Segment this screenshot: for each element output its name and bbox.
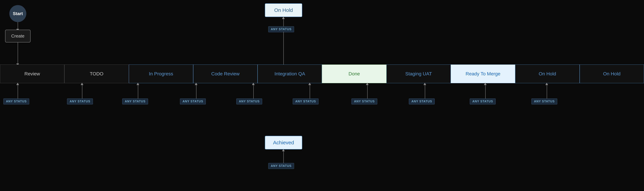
status-cell-code-review: Code Review bbox=[193, 64, 258, 83]
badge-to-achieved-line bbox=[283, 150, 284, 163]
status-cell-on-hold-1: On Hold bbox=[515, 64, 580, 83]
status-row: Review TODO In Progress Code Review Inte… bbox=[0, 64, 644, 83]
badge-to-achieved-arrow bbox=[282, 149, 285, 151]
badge-review: ANY STATUS bbox=[4, 98, 29, 104]
badge-ready-to-merge: ANY STATUS bbox=[409, 98, 435, 104]
create-node: Create bbox=[5, 30, 30, 42]
badge-todo: ANY STATUS bbox=[67, 98, 93, 104]
arrow-on-hold-1 bbox=[484, 83, 486, 85]
on-hold-top-node: On Hold bbox=[265, 4, 302, 17]
status-cell-ready-to-merge: Ready To Merge bbox=[451, 64, 515, 83]
arrow-integration-qa bbox=[252, 83, 255, 85]
start-to-create-line bbox=[18, 22, 18, 30]
badge-code-review: ANY STATUS bbox=[180, 98, 206, 104]
arrow-done bbox=[308, 83, 311, 85]
badge-integration-qa: ANY STATUS bbox=[236, 98, 262, 104]
badge-on-hold-1: ANY STATUS bbox=[470, 98, 496, 104]
status-cell-staging-uat: Staging UAT bbox=[386, 64, 451, 83]
arrow-todo bbox=[81, 83, 83, 85]
line-on-hold-1 bbox=[485, 83, 486, 98]
start-label: Start bbox=[13, 11, 23, 16]
line-on-hold-2 bbox=[547, 83, 547, 98]
workflow-diagram: Start Create On Hold ANY STATUS Review T… bbox=[0, 0, 644, 191]
line-review bbox=[18, 83, 18, 98]
achieved-label: Achieved bbox=[273, 140, 294, 146]
status-cell-in-progress: In Progress bbox=[129, 64, 193, 83]
arrow-on-hold-2 bbox=[545, 83, 548, 85]
line-todo bbox=[82, 83, 82, 98]
on-hold-top-to-row-line bbox=[283, 32, 284, 64]
on-hold-top-label: On Hold bbox=[274, 7, 293, 13]
arrow-review bbox=[16, 83, 19, 85]
line-in-progress bbox=[138, 83, 138, 98]
line-code-review bbox=[196, 83, 196, 98]
badge-to-on-hold-top-arrow bbox=[282, 17, 285, 19]
achieved-node: Achieved bbox=[265, 136, 302, 150]
start-node: Start bbox=[9, 5, 26, 22]
badge-done: ANY STATUS bbox=[293, 98, 318, 104]
status-cell-review: Review bbox=[0, 64, 64, 83]
arrow-ready-to-merge bbox=[424, 83, 426, 85]
create-label: Create bbox=[11, 34, 24, 39]
line-ready-to-merge bbox=[425, 83, 425, 98]
line-staging-uat bbox=[367, 83, 368, 98]
status-cell-done: Done bbox=[322, 64, 386, 83]
badge-on-hold-2: ANY STATUS bbox=[532, 98, 557, 104]
badge-staging-uat: ANY STATUS bbox=[352, 98, 377, 104]
line-done bbox=[310, 83, 310, 98]
status-cell-todo: TODO bbox=[64, 64, 129, 83]
badge-in-progress: ANY STATUS bbox=[122, 98, 148, 104]
status-cell-integration-qa: Integration QA bbox=[258, 64, 322, 83]
arrow-staging-uat bbox=[366, 83, 368, 85]
any-status-badge-on-hold-top: ANY STATUS bbox=[268, 26, 294, 32]
status-cell-on-hold-2: On Hold bbox=[580, 64, 644, 83]
arrow-in-progress bbox=[136, 83, 139, 85]
line-integration-qa bbox=[253, 83, 254, 98]
create-down-line bbox=[18, 42, 18, 64]
arrow-code-review bbox=[195, 83, 198, 85]
badge-achieved-source: ANY STATUS bbox=[268, 163, 294, 169]
